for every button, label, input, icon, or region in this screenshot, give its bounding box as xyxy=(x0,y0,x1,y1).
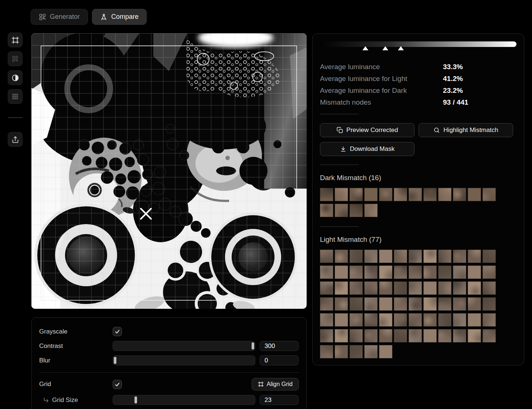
mismatch-thumbnail[interactable] xyxy=(379,313,392,327)
mismatch-thumbnail[interactable] xyxy=(482,297,496,311)
mismatch-thumbnail[interactable] xyxy=(394,188,407,201)
frame-tool-button[interactable] xyxy=(8,33,23,47)
mismatch-thumbnail[interactable] xyxy=(335,250,348,263)
mismatch-thumbnail[interactable] xyxy=(335,188,348,201)
mismatch-thumbnail[interactable] xyxy=(468,266,481,279)
mismatch-thumbnail[interactable] xyxy=(453,297,466,311)
grid-size-value-input[interactable]: 23 xyxy=(260,395,299,405)
grid-tool-button[interactable] xyxy=(8,89,23,104)
mismatch-thumbnail[interactable] xyxy=(320,281,333,295)
mismatch-thumbnail[interactable] xyxy=(394,250,407,263)
slider-thumb[interactable] xyxy=(134,396,137,403)
mismatch-thumbnail[interactable] xyxy=(482,266,496,279)
mismatch-thumbnail[interactable] xyxy=(349,313,363,327)
mismatch-thumbnail[interactable] xyxy=(379,266,392,279)
mismatch-thumbnail[interactable] xyxy=(394,297,407,311)
mismatch-thumbnail[interactable] xyxy=(438,313,451,327)
contrast-value-input[interactable]: 300 xyxy=(260,341,299,351)
mismatch-thumbnail[interactable] xyxy=(349,329,363,342)
mismatch-thumbnail[interactable] xyxy=(409,281,422,295)
mismatch-thumbnail[interactable] xyxy=(394,281,407,295)
mismatch-thumbnail[interactable] xyxy=(482,188,496,201)
mismatch-thumbnail[interactable] xyxy=(320,345,333,358)
preview-canvas[interactable] xyxy=(31,33,307,309)
mismatch-thumbnail[interactable] xyxy=(482,329,496,342)
mismatch-thumbnail[interactable] xyxy=(364,188,378,201)
mismatch-thumbnail[interactable] xyxy=(394,329,407,342)
mismatch-thumbnail[interactable] xyxy=(482,313,496,327)
mismatch-thumbnail[interactable] xyxy=(349,204,363,217)
mismatch-thumbnail[interactable] xyxy=(423,281,437,295)
contrast-slider[interactable] xyxy=(113,341,255,351)
mismatch-thumbnail[interactable] xyxy=(379,297,392,311)
blur-value-input[interactable]: 0 xyxy=(260,355,299,365)
mismatch-thumbnail[interactable] xyxy=(349,281,363,295)
mismatch-thumbnail[interactable] xyxy=(335,266,348,279)
mismatch-thumbnail[interactable] xyxy=(320,250,333,263)
mismatch-thumbnail[interactable] xyxy=(453,281,466,295)
mismatch-thumbnail[interactable] xyxy=(409,266,422,279)
mismatch-thumbnail[interactable] xyxy=(453,313,466,327)
mismatch-thumbnail[interactable] xyxy=(364,250,378,263)
mismatch-thumbnail[interactable] xyxy=(482,250,496,263)
mismatch-thumbnail[interactable] xyxy=(394,266,407,279)
tab-generator[interactable]: Generator xyxy=(31,9,88,25)
mismatch-thumbnail[interactable] xyxy=(335,329,348,342)
slider-thumb[interactable] xyxy=(252,342,254,349)
mismatch-thumbnail[interactable] xyxy=(364,297,378,311)
mismatch-thumbnail[interactable] xyxy=(409,297,422,311)
mismatch-thumbnail[interactable] xyxy=(482,281,496,295)
blur-slider[interactable] xyxy=(113,355,255,365)
mismatch-thumbnail[interactable] xyxy=(423,313,437,327)
mismatch-thumbnail[interactable] xyxy=(409,313,422,327)
luminance-marker[interactable] xyxy=(398,46,404,50)
mismatch-thumbnail[interactable] xyxy=(409,188,422,201)
mismatch-thumbnail[interactable] xyxy=(438,297,451,311)
mismatch-thumbnail[interactable] xyxy=(364,281,378,295)
mismatch-thumbnail[interactable] xyxy=(349,266,363,279)
mismatch-thumbnail[interactable] xyxy=(453,188,466,201)
grid-checkbox[interactable] xyxy=(113,380,122,389)
mismatch-thumbnail[interactable] xyxy=(468,329,481,342)
mismatch-thumbnail[interactable] xyxy=(453,266,466,279)
mismatch-thumbnail[interactable] xyxy=(438,281,451,295)
qr-tool-button[interactable] xyxy=(8,51,23,66)
mismatch-thumbnail[interactable] xyxy=(335,281,348,295)
mismatch-thumbnail[interactable] xyxy=(349,250,363,263)
mismatch-thumbnail[interactable] xyxy=(453,250,466,263)
slider-thumb[interactable] xyxy=(114,357,116,364)
mismatch-thumbnail[interactable] xyxy=(468,313,481,327)
download-mask-button[interactable]: Download Mask xyxy=(320,142,415,156)
highlight-mismatch-button[interactable]: Highlight Mistmatch xyxy=(419,123,513,137)
mismatch-thumbnail[interactable] xyxy=(379,345,392,358)
mismatch-thumbnail[interactable] xyxy=(364,345,378,358)
mismatch-thumbnail[interactable] xyxy=(379,281,392,295)
mismatch-thumbnail[interactable] xyxy=(438,250,451,263)
mismatch-thumbnail[interactable] xyxy=(335,313,348,327)
preview-corrected-button[interactable]: Preview Corrected xyxy=(320,123,415,137)
tab-compare[interactable]: Compare xyxy=(92,9,147,25)
mismatch-thumbnail[interactable] xyxy=(320,188,333,201)
mismatch-thumbnail[interactable] xyxy=(423,266,437,279)
mismatch-thumbnail[interactable] xyxy=(364,204,378,217)
mismatch-thumbnail[interactable] xyxy=(364,313,378,327)
mismatch-thumbnail[interactable] xyxy=(438,188,451,201)
mismatch-thumbnail[interactable] xyxy=(320,297,333,311)
align-grid-button[interactable]: Align Grid xyxy=(252,378,299,391)
mismatch-thumbnail[interactable] xyxy=(335,345,348,358)
mismatch-thumbnail[interactable] xyxy=(409,250,422,263)
mismatch-thumbnail[interactable] xyxy=(379,329,392,342)
mismatch-thumbnail[interactable] xyxy=(438,266,451,279)
grid-size-slider[interactable] xyxy=(113,395,255,405)
contrast-tool-button[interactable] xyxy=(8,70,23,85)
mismatch-thumbnail[interactable] xyxy=(423,188,437,201)
mismatch-thumbnail[interactable] xyxy=(394,313,407,327)
grayscale-checkbox[interactable] xyxy=(113,327,122,336)
mismatch-thumbnail[interactable] xyxy=(364,329,378,342)
mismatch-thumbnail[interactable] xyxy=(320,313,333,327)
mismatch-thumbnail[interactable] xyxy=(320,204,333,217)
mismatch-thumbnail[interactable] xyxy=(349,345,363,358)
mismatch-thumbnail[interactable] xyxy=(423,250,437,263)
mismatch-thumbnail[interactable] xyxy=(320,329,333,342)
luminance-marker[interactable] xyxy=(362,46,368,50)
